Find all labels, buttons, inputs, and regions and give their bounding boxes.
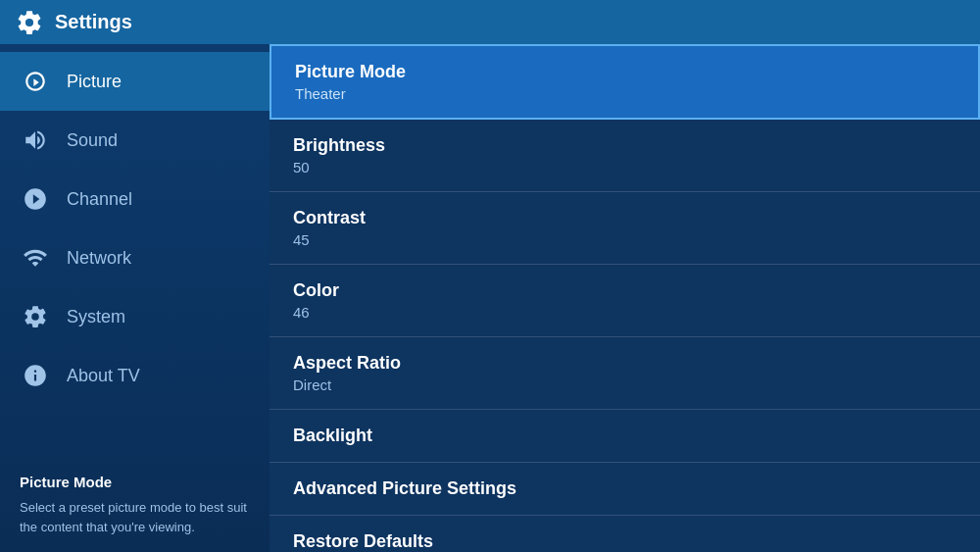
description-title: Picture Mode (20, 474, 250, 490)
sidebar-item-system[interactable]: System (0, 287, 270, 346)
channel-icon (20, 183, 51, 215)
sidebar-label-network: Network (67, 248, 131, 269)
content-item-backlight[interactable]: Backlight (270, 410, 980, 463)
sidebar-item-network[interactable]: Network (0, 228, 270, 287)
content-item-brightness[interactable]: Brightness 50 (270, 120, 980, 192)
content-item-aspect-ratio[interactable]: Aspect Ratio Direct (270, 337, 980, 410)
about-icon (20, 360, 51, 391)
header: Settings (0, 0, 980, 44)
sidebar-item-about[interactable]: About TV (0, 346, 270, 405)
sidebar-label-sound: Sound (67, 130, 118, 151)
content-item-restore-defaults[interactable]: Restore Defaults (270, 516, 980, 552)
sidebar-label-channel: Channel (67, 189, 132, 210)
aspect-ratio-value: Direct (293, 376, 956, 393)
restore-defaults-label: Restore Defaults (293, 531, 956, 552)
sidebar-label-about: About TV (67, 366, 140, 386)
contrast-value: 45 (293, 231, 956, 248)
sidebar-label-system: System (67, 307, 125, 327)
network-icon (20, 242, 51, 274)
brightness-value: 50 (293, 159, 956, 176)
color-label: Color (293, 280, 956, 301)
picture-mode-label: Picture Mode (295, 62, 955, 82)
sidebar-item-channel[interactable]: Channel (0, 170, 270, 228)
content-item-advanced-picture[interactable]: Advanced Picture Settings (270, 463, 980, 516)
backlight-label: Backlight (293, 426, 956, 446)
brightness-label: Brightness (293, 135, 956, 156)
content-panel: Picture Mode Theater Brightness 50 Contr… (270, 44, 980, 552)
color-value: 46 (293, 304, 956, 321)
content-item-contrast[interactable]: Contrast 45 (270, 192, 980, 265)
sidebar-description: Picture Mode Select a preset picture mod… (0, 458, 270, 552)
sidebar-item-sound[interactable]: Sound (0, 111, 270, 170)
content-item-color[interactable]: Color 46 (270, 265, 980, 337)
page-title: Settings (55, 11, 132, 33)
description-text: Select a preset picture mode to best sui… (20, 498, 250, 536)
sound-icon (20, 125, 51, 156)
gear-icon (16, 9, 43, 36)
sidebar-label-picture: Picture (67, 72, 122, 92)
content-item-picture-mode[interactable]: Picture Mode Theater (270, 44, 980, 120)
main-layout: Picture Sound Channel (0, 44, 980, 552)
contrast-label: Contrast (293, 208, 956, 228)
aspect-ratio-label: Aspect Ratio (293, 353, 956, 374)
sidebar-item-picture[interactable]: Picture (0, 52, 270, 111)
sidebar: Picture Sound Channel (0, 44, 270, 552)
picture-mode-value: Theater (295, 85, 955, 102)
advanced-picture-label: Advanced Picture Settings (293, 478, 956, 499)
system-icon (20, 301, 51, 332)
picture-icon (20, 66, 51, 97)
